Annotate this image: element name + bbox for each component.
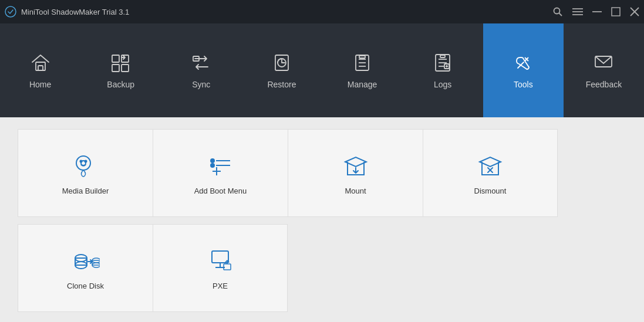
title-bar-controls: [552, 6, 639, 17]
main-content: Media Builder Add Boot Menu: [0, 117, 644, 322]
svg-point-1: [554, 8, 560, 14]
svg-rect-12: [112, 55, 119, 62]
nav-item-restore[interactable]: Restore: [241, 23, 322, 117]
nav-label-sync: Sync: [192, 80, 210, 89]
tool-label-add-boot-menu: Add Boot Menu: [194, 187, 247, 195]
dismount-icon: [476, 151, 504, 179]
svg-point-39: [211, 159, 214, 162]
nav-label-manage: Manage: [348, 80, 377, 89]
svg-point-38: [85, 160, 86, 162]
nav-item-manage[interactable]: Manage: [322, 23, 403, 117]
svg-point-35: [76, 156, 90, 170]
tool-row-2: Clone Disk PXE: [18, 224, 626, 312]
nav-item-sync[interactable]: Sync: [161, 23, 241, 117]
tool-card-media-builder[interactable]: Media Builder: [18, 129, 153, 217]
nav-item-home[interactable]: Home: [0, 23, 80, 117]
media-builder-icon: [72, 151, 100, 179]
tool-label-dismount: Dismount: [474, 187, 507, 195]
nav-label-tools: Tools: [514, 80, 533, 89]
svg-rect-11: [38, 66, 43, 70]
tool-card-mount[interactable]: Mount: [288, 129, 423, 217]
app-logo-icon: [5, 6, 16, 18]
nav-label-home: Home: [29, 80, 51, 89]
restore-icon: [271, 52, 293, 74]
search-button[interactable]: [552, 6, 563, 17]
tools-icon: [512, 52, 534, 74]
pxe-icon: [206, 246, 234, 274]
nav-item-feedback[interactable]: Feedback: [564, 23, 644, 117]
svg-rect-23: [359, 56, 365, 58]
menu-button[interactable]: [572, 8, 583, 16]
svg-rect-15: [122, 65, 129, 72]
app-title: MiniTool ShadowMaker Trial 3.1: [21, 8, 129, 16]
tool-card-dismount[interactable]: Dismount: [423, 129, 558, 217]
svg-rect-28: [440, 55, 445, 57]
nav-item-tools[interactable]: Tools: [483, 23, 564, 117]
svg-point-37: [80, 160, 82, 162]
nav-label-restore: Restore: [267, 80, 296, 89]
minimize-button[interactable]: [592, 11, 602, 12]
tool-label-mount: Mount: [345, 187, 366, 195]
tool-label-media-builder: Media Builder: [62, 187, 109, 195]
title-bar: MiniTool ShadowMaker Trial 3.1: [0, 0, 644, 23]
manage-icon: [351, 52, 373, 74]
feedback-icon: [592, 52, 615, 74]
tool-card-add-boot-menu[interactable]: Add Boot Menu: [153, 129, 288, 217]
svg-line-2: [559, 13, 562, 16]
clone-disk-icon: [72, 246, 100, 274]
tool-card-pxe[interactable]: PXE: [153, 224, 288, 312]
svg-rect-55: [212, 251, 228, 263]
nav-item-backup[interactable]: Backup: [80, 23, 161, 117]
svg-rect-7: [612, 8, 620, 16]
svg-point-0: [5, 6, 16, 17]
nav-label-backup: Backup: [107, 80, 134, 89]
mount-icon: [342, 151, 370, 179]
nav-bar: Home Backup Sync Restore: [0, 23, 644, 117]
logs-icon: [431, 52, 454, 74]
close-button[interactable]: [630, 7, 639, 16]
home-icon: [29, 52, 52, 74]
nav-label-feedback: Feedback: [586, 80, 622, 89]
nav-item-logs[interactable]: Logs: [403, 23, 483, 117]
tool-row-1: Media Builder Add Boot Menu: [18, 129, 626, 217]
tool-card-clone-disk[interactable]: Clone Disk: [18, 224, 153, 312]
svg-point-41: [211, 164, 214, 167]
backup-icon: [110, 52, 132, 74]
add-boot-menu-icon: [207, 151, 235, 179]
svg-rect-10: [36, 62, 45, 70]
tool-label-pxe: PXE: [213, 282, 228, 290]
nav-label-logs: Logs: [434, 80, 451, 89]
title-bar-left: MiniTool ShadowMaker Trial 3.1: [5, 6, 129, 18]
maximize-button[interactable]: [611, 7, 621, 16]
tool-label-clone-disk: Clone Disk: [67, 282, 104, 290]
svg-rect-13: [122, 55, 129, 62]
svg-rect-14: [112, 65, 119, 72]
sync-icon: [190, 52, 213, 74]
